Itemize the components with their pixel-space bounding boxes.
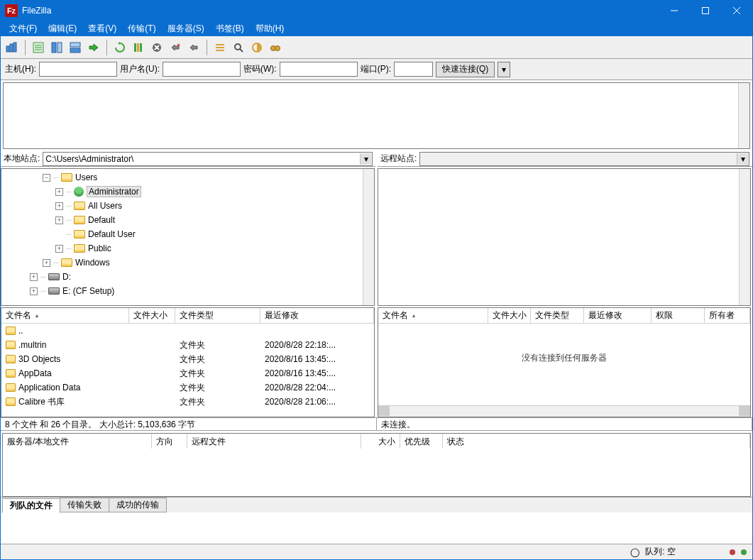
tree-node[interactable]: +⋯Default: [4, 213, 371, 227]
menu-edit[interactable]: 编辑(E): [43, 21, 82, 36]
minimize-button[interactable]: [659, 1, 690, 21]
maximize-button[interactable]: [690, 1, 721, 21]
compare-icon[interactable]: [248, 39, 265, 56]
remote-file-list[interactable]: 文件名▴ 文件大小 文件类型 最近修改 权限 所有者 没有连接到任何服务器: [378, 307, 752, 417]
svg-rect-11: [52, 43, 56, 53]
menu-transfer[interactable]: 传输(T): [122, 21, 161, 36]
menu-bookmarks[interactable]: 书签(B): [210, 21, 250, 36]
file-modified: 2020/8/16 13:45:...: [260, 354, 374, 364]
col-type[interactable]: 文件类型: [175, 308, 260, 323]
file-row[interactable]: Application Data文件夹2020/8/28 22:04:...: [1, 380, 374, 395]
log-scrollbar[interactable]: [738, 83, 749, 148]
menu-help[interactable]: 帮助(H): [250, 21, 290, 36]
tree-node-label: E: (CF Setup): [62, 286, 114, 296]
expand-icon[interactable]: +: [30, 273, 38, 281]
file-row[interactable]: Calibre 书库文件夹2020/8/28 21:06:...: [1, 395, 374, 409]
col-size[interactable]: 文件大小: [129, 308, 175, 323]
col-remote[interactable]: 远程文件: [187, 434, 361, 449]
binoculars-icon[interactable]: [267, 39, 284, 56]
file-name: Calibre 书库: [18, 396, 65, 408]
close-button[interactable]: [721, 1, 752, 21]
file-row[interactable]: AppData文件夹2020/8/16 13:45:...: [1, 366, 374, 380]
col-size[interactable]: 大小: [361, 434, 400, 449]
local-site-value: C:\Users\Administrator\: [45, 154, 133, 164]
expand-icon[interactable]: +: [43, 259, 50, 267]
col-direction[interactable]: 方向: [152, 434, 187, 449]
password-input[interactable]: [280, 62, 358, 77]
username-input[interactable]: [163, 62, 241, 77]
quickconnect-bar: 主机(H): 用户名(U): 密码(W): 端口(P): 快速连接(Q) ▾: [1, 59, 752, 80]
col-name[interactable]: 文件名▴: [1, 308, 129, 323]
svg-point-26: [235, 44, 241, 50]
reconnect-icon[interactable]: [185, 39, 202, 56]
col-name[interactable]: 文件名▴: [378, 308, 488, 323]
sync-browse-icon[interactable]: [85, 39, 102, 56]
tree-scrollbar[interactable]: [363, 169, 374, 305]
col-modified[interactable]: 最近修改: [584, 308, 652, 323]
no-connection-message: 没有连接到任何服务器: [378, 324, 751, 364]
refresh-icon[interactable]: [111, 39, 128, 56]
tab-failed-transfers[interactable]: 传输失败: [60, 498, 109, 512]
expand-icon[interactable]: +: [55, 245, 63, 253]
tab-successful-transfers[interactable]: 成功的传输: [109, 498, 167, 512]
host-input[interactable]: [39, 62, 117, 77]
col-size[interactable]: 文件大小: [488, 308, 531, 323]
menu-server[interactable]: 服务器(S): [162, 21, 210, 36]
queue-list[interactable]: [2, 449, 751, 497]
toggle-queue-icon[interactable]: [67, 39, 84, 56]
col-perm[interactable]: 权限: [652, 308, 705, 323]
expand-icon[interactable]: +: [30, 287, 38, 295]
file-type: 文件夹: [175, 339, 260, 351]
site-manager-icon[interactable]: [4, 39, 21, 56]
file-row[interactable]: 3D Objects文件夹2020/8/16 13:45:...: [1, 352, 374, 366]
quickconnect-dropdown[interactable]: ▾: [498, 62, 510, 77]
tree-node[interactable]: +⋯D:: [4, 270, 371, 284]
collapse-icon[interactable]: −: [43, 174, 50, 182]
col-type[interactable]: 文件类型: [531, 308, 584, 323]
remote-site-combo[interactable]: ▾: [419, 152, 749, 166]
local-tree[interactable]: −⋯Users+⋯Administrator+⋯All Users+⋯Defau…: [1, 168, 375, 306]
tree-node-label: D:: [62, 272, 71, 282]
file-row[interactable]: ..: [1, 324, 374, 338]
col-owner[interactable]: 所有者: [705, 308, 751, 323]
svg-rect-5: [10, 44, 13, 52]
port-input[interactable]: [394, 62, 433, 77]
process-queue-icon[interactable]: [130, 39, 147, 56]
disconnect-icon[interactable]: [167, 39, 184, 56]
local-site-combo[interactable]: C:\Users\Administrator\ ▾: [43, 152, 373, 166]
tree-node-label: Windows: [75, 258, 110, 268]
expand-icon[interactable]: +: [55, 188, 63, 196]
tree-node[interactable]: +⋯Public: [4, 241, 371, 256]
chevron-down-icon[interactable]: ▾: [360, 153, 371, 165]
quickconnect-button[interactable]: 快速连接(Q): [436, 62, 495, 77]
tree-node[interactable]: +⋯All Users: [4, 199, 371, 213]
tree-node[interactable]: −⋯Users: [4, 170, 371, 185]
tree-node[interactable]: +⋯E: (CF Setup): [4, 284, 371, 298]
file-row[interactable]: .multrin文件夹2020/8/28 22:18:...: [1, 338, 374, 352]
tree-node[interactable]: +⋯Windows: [4, 256, 371, 270]
tree-node[interactable]: ⋯Default User: [4, 227, 371, 241]
chevron-down-icon[interactable]: ▾: [737, 153, 748, 165]
tree-scrollbar[interactable]: [739, 169, 750, 305]
menu-view[interactable]: 查看(V): [82, 21, 122, 36]
message-log[interactable]: [3, 82, 750, 149]
tab-queued-files[interactable]: 列队的文件: [2, 498, 60, 513]
expand-icon[interactable]: +: [55, 202, 63, 210]
expand-icon[interactable]: [55, 231, 63, 238]
remote-tree[interactable]: [378, 168, 752, 306]
toggle-tree-icon[interactable]: [48, 39, 65, 56]
cancel-icon[interactable]: [148, 39, 165, 56]
search-icon[interactable]: [230, 39, 247, 56]
local-file-list[interactable]: 文件名▴ 文件大小 文件类型 最近修改 ...multrin文件夹2020/8/…: [1, 307, 375, 417]
col-server[interactable]: 服务器/本地文件: [3, 434, 152, 449]
filter-icon[interactable]: [211, 39, 229, 56]
menu-file[interactable]: 文件(F): [4, 21, 43, 36]
col-modified[interactable]: 最近修改: [260, 308, 374, 323]
remote-h-scrollbar[interactable]: [378, 405, 751, 417]
col-status[interactable]: 状态: [443, 434, 750, 449]
remote-status: 未连接。: [377, 418, 753, 430]
col-priority[interactable]: 优先级: [400, 434, 443, 449]
toggle-log-icon[interactable]: [30, 39, 47, 56]
tree-node[interactable]: +⋯Administrator: [4, 185, 371, 199]
expand-icon[interactable]: +: [55, 216, 63, 224]
